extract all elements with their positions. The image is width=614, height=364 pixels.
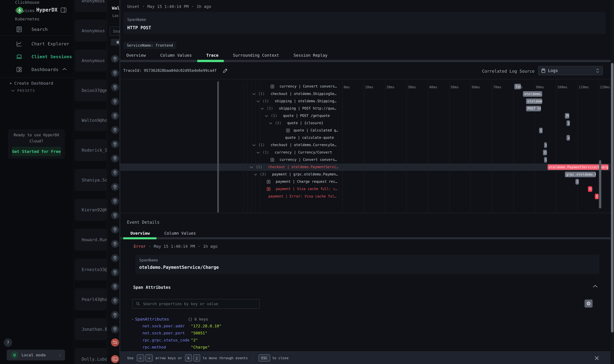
location-pin-icon[interactable] [111, 211, 119, 219]
location-pin-icon[interactable] [111, 98, 119, 105]
help-button[interactable]: ? [4, 338, 12, 347]
get-started-button[interactable]: Get Started for Free [12, 147, 61, 156]
span-duration-bar[interactable]: oteldemo.CurrencyService/Convert [544, 142, 547, 148]
span-duration-bar[interactable]: POST http://quote:8090/getquote [526, 106, 541, 111]
session-card[interactable]: Anonymous [75, 50, 106, 72]
span-tree-label[interactable]: quote | Calculated q… [294, 128, 338, 132]
location-pin-icon[interactable] [111, 197, 119, 205]
span-tree-label[interactable]: payment | Error: Visa cache ful… [268, 194, 336, 198]
attributes-root-row[interactable]: ▾ SpanAttributes {} 6 keys [132, 316, 208, 322]
location-pin-icon[interactable] [111, 83, 119, 91]
drawer-tab[interactable]: Overview [126, 53, 146, 58]
close-icon[interactable]: × [594, 355, 600, 361]
drawer-tab[interactable]: Column Values [160, 53, 192, 58]
tree-collapse-chevron[interactable] [254, 173, 257, 176]
span-duration-bar[interactable]: Convert conversion request/response [544, 157, 547, 163]
span-duration-bar[interactable]: grpc.oteldemo.PaymentService/Charge [565, 172, 596, 177]
span-duration-bar[interactable]: oteldemo.PaymentService/Charge [548, 164, 608, 170]
attribute-row[interactable]: net.sock.peer.addr "172.28.0.10" [120, 324, 498, 329]
span-tree-label[interactable]: quote | {closure} [287, 121, 323, 125]
location-pin-icon[interactable] [111, 240, 119, 248]
tree-scrollbar[interactable] [217, 81, 219, 213]
tree-collapse-chevron[interactable] [256, 151, 260, 154]
tree-collapse-chevron[interactable] [252, 143, 256, 147]
tree-collapse-chevron[interactable] [252, 92, 256, 96]
sidebar-preset-link[interactable]: Services [15, 8, 74, 13]
span-tree-label[interactable]: shipping | oteldemo.Shipping… [275, 99, 336, 103]
span-tree-label[interactable]: currency | Currency/Convert [275, 150, 332, 155]
location-pin-icon[interactable] [111, 169, 119, 177]
drawer-tab[interactable]: Surrounding Context [233, 53, 279, 58]
session-card[interactable]: Jonathan.B [75, 318, 106, 340]
create-dashboard-button[interactable]: + Create Dashboard [10, 81, 53, 86]
location-pin-icon[interactable] [111, 297, 119, 305]
location-pin-icon[interactable] [111, 226, 119, 234]
sidebar-preset-link[interactable]: Clickhouse [15, 0, 74, 5]
event-details-tab[interactable]: Column Values [164, 231, 196, 236]
location-pin-icon[interactable] [111, 55, 119, 63]
location-pin-icon[interactable] [111, 311, 119, 319]
tree-collapse-chevron[interactable] [256, 100, 260, 103]
location-pin-icon[interactable] [111, 325, 119, 333]
tree-collapse-chevron[interactable] [264, 114, 268, 117]
span-duration-bar[interactable]: oteldemo.ShippingService/GetQuote [526, 99, 542, 104]
span-duration-bar[interactable]: Currency/Convert [543, 150, 547, 155]
attribute-settings-button[interactable]: ⚙ [585, 299, 593, 308]
log-source-select[interactable]: Logs [538, 66, 603, 75]
location-pin-icon[interactable] [111, 155, 119, 162]
session-card[interactable]: Anonymous [75, 0, 106, 12]
sidebar-preset-link[interactable]: Kubernetes [15, 17, 74, 21]
console-error-icon[interactable] [111, 355, 119, 363]
tree-collapse-chevron[interactable] [249, 166, 253, 169]
span-duration-bar[interactable]: oteldemo.ShippingService/GetQuote [523, 91, 542, 97]
drawer-tab[interactable]: Session Replay [294, 53, 327, 58]
span-tree-label[interactable]: payment | Charge request rec… [276, 180, 337, 184]
network-event-icon[interactable] [111, 338, 119, 347]
event-details-tab[interactable]: Overview [131, 231, 150, 236]
span-duration-bar[interactable]: {closure} [566, 120, 570, 126]
location-pin-icon[interactable] [111, 140, 119, 148]
sidebar-item-search[interactable]: Search [16, 26, 48, 33]
span-duration-bar[interactable]: Visa cache full: cleaning it [588, 186, 592, 192]
span-duration-bar[interactable]: Error: Visa cache full [595, 194, 599, 199]
attribute-row[interactable]: net.sock.peer.port "50051" [120, 331, 498, 336]
span-tree-label[interactable]: payment | grpc.oteldemo.Paymen… [272, 172, 338, 176]
tree-collapse-chevron[interactable] [269, 122, 273, 125]
edit-trace-id-icon[interactable] [223, 68, 228, 74]
waterfall-scrollbar-thumb[interactable] [599, 160, 601, 208]
span-tree-label[interactable]: shipping | POST http://quo… [279, 106, 336, 110]
span-tree-label[interactable]: currency | Convert convers… [280, 84, 337, 88]
span-duration-bar[interactable]: Calculated quote [539, 128, 543, 133]
tree-collapse-chevron[interactable] [260, 107, 264, 110]
location-pin-icon[interactable] [111, 69, 119, 77]
local-mode-menu[interactable]: U Local mode › [7, 350, 65, 361]
span-tree-label[interactable]: quote | POST /getquote [283, 114, 330, 118]
span-duration-bar[interactable]: Convert conversion request/response [514, 84, 521, 89]
span-tree-label[interactable]: quote | calculate-quote [285, 136, 334, 140]
presets-toggle[interactable]: PRESETS [11, 89, 35, 92]
span-tree-label[interactable]: checkout | oteldemo.CurrencySe… [271, 143, 337, 147]
session-card[interactable]: Walton9@ho [75, 109, 106, 131]
drawer-tab[interactable]: Trace [206, 53, 218, 58]
session-card[interactable]: Pearl43@ho [75, 288, 106, 310]
sidebar-item-dashboards[interactable]: Dashboards [16, 66, 59, 73]
span-duration-bar[interactable]: Charge request received. [575, 179, 579, 184]
collapse-section-icon[interactable] [592, 284, 598, 288]
session-card[interactable]: Deion37@gm [75, 79, 106, 101]
sidebar-item-client-sessions[interactable]: Client Sessions [16, 53, 72, 60]
span-tree-label[interactable]: payment | Visa cache full: c… [276, 187, 337, 191]
session-card[interactable]: Howard.Run [75, 229, 106, 251]
attribute-search-input[interactable]: Search properties by key or value [132, 299, 260, 309]
session-card[interactable]: Roderick_S [75, 139, 106, 161]
span-tree-label[interactable]: currency | Convert convers… [280, 157, 337, 162]
session-card[interactable]: Shaniya.Sc [75, 169, 106, 191]
location-pin-icon[interactable] [111, 283, 119, 290]
span-duration-bar[interactable]: POST /getquote [565, 113, 569, 119]
location-pin-icon[interactable] [111, 254, 119, 262]
session-card[interactable]: Ernesto33@ [75, 259, 106, 281]
location-pin-icon[interactable] [111, 126, 119, 134]
location-pin-icon[interactable] [111, 112, 119, 120]
attribute-row[interactable]: rpc.method "Charge" [120, 345, 498, 351]
location-pin-icon[interactable] [111, 183, 119, 191]
session-card[interactable]: Anonymous [75, 20, 106, 42]
